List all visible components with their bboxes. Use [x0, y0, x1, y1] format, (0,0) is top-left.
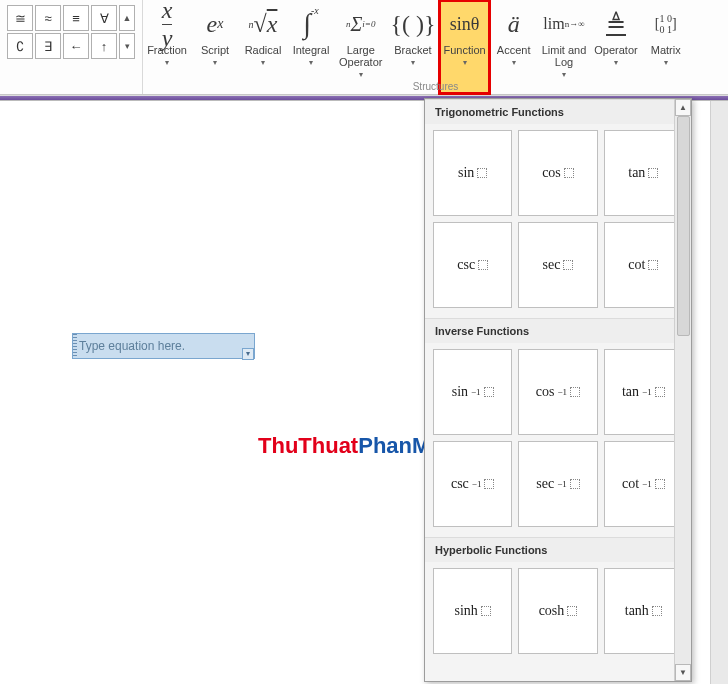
equation-options-dropdown[interactable]: ▾: [242, 348, 254, 360]
script-icon: ex: [207, 4, 224, 44]
func-asec[interactable]: sec−1: [518, 441, 597, 527]
matrix-icon: [1 00 1]: [655, 4, 677, 44]
limit-and-log-button[interactable]: limn→∞ Limit and Log ▾: [538, 0, 591, 94]
equation-placeholder-box[interactable]: Type equation here. ▾: [72, 333, 255, 359]
symbol-approx[interactable]: ≈: [35, 5, 61, 31]
func-cos[interactable]: cos: [518, 130, 597, 216]
equation-move-handle[interactable]: [73, 334, 77, 358]
matrix-label: Matrix: [651, 44, 681, 56]
placeholder-box: [570, 387, 580, 397]
accent-icon: ä: [508, 4, 520, 44]
symbol-congruent[interactable]: ≅: [7, 5, 33, 31]
accent-label: Accent: [497, 44, 531, 56]
large-operator-button[interactable]: nΣi=0 Large Operator ▾: [335, 0, 386, 94]
script-label: Script: [201, 44, 229, 56]
placeholder-box: [477, 168, 487, 178]
integral-label: Integral: [293, 44, 330, 56]
function-dropdown: Trigonometric Functions sin cos tan csc …: [424, 98, 692, 682]
operator-icon: ≜: [606, 4, 626, 44]
limit-and-log-label: Limit and Log: [542, 44, 587, 68]
func-acsc[interactable]: csc−1: [433, 441, 512, 527]
fraction-label: Fraction: [147, 44, 187, 56]
placeholder-box: [648, 260, 658, 270]
dropdown-scrollbar[interactable]: ▲ ▼: [674, 99, 691, 681]
limit-icon: limn→∞: [543, 4, 584, 44]
func-asin[interactable]: sin−1: [433, 349, 512, 435]
func-tanh[interactable]: tanh: [604, 568, 683, 654]
fraction-icon: xy: [162, 4, 173, 44]
func-csc[interactable]: csc: [433, 222, 512, 308]
placeholder-box: [563, 260, 573, 270]
placeholder-box: [648, 168, 658, 178]
scroll-down-button[interactable]: ▼: [675, 664, 691, 681]
chevron-down-icon: ▾: [359, 70, 363, 79]
section-inverse-title: Inverse Functions: [425, 318, 691, 343]
func-acot[interactable]: cot−1: [604, 441, 683, 527]
window-scrollbar[interactable]: [710, 101, 728, 684]
func-acos[interactable]: cos−1: [518, 349, 597, 435]
function-label: Function: [443, 44, 485, 56]
accent-button[interactable]: ä Accent ▾: [490, 0, 538, 94]
operator-label: Operator: [594, 44, 637, 56]
placeholder-box: [655, 479, 665, 489]
integral-button[interactable]: ∫-x Integral ▾: [287, 0, 335, 94]
chevron-down-icon: ▾: [261, 58, 265, 67]
placeholder-box: [478, 260, 488, 270]
func-sec[interactable]: sec: [518, 222, 597, 308]
func-tan[interactable]: tan: [604, 130, 683, 216]
placeholder-box: [570, 479, 580, 489]
script-button[interactable]: ex Script ▾: [191, 0, 239, 94]
chevron-down-icon: ▾: [664, 58, 668, 67]
func-sinh[interactable]: sinh: [433, 568, 512, 654]
func-cosh[interactable]: cosh: [518, 568, 597, 654]
symbol-exists[interactable]: ∃: [35, 33, 61, 59]
operator-button[interactable]: ≜ Operator ▾: [590, 0, 641, 94]
placeholder-box: [484, 479, 494, 489]
placeholder-box: [652, 606, 662, 616]
function-icon: sinθ: [450, 4, 480, 44]
symbol-left-arrow[interactable]: ←: [63, 33, 89, 59]
placeholder-box: [567, 606, 577, 616]
structures-panel: xy Fraction ▾ ex Script ▾ n√x Radical ▾ …: [143, 0, 728, 94]
symbol-up-arrow[interactable]: ↑: [91, 33, 117, 59]
symbols-row-1: ≅ ≈ ≡ ∀ ▲: [6, 4, 136, 32]
radical-button[interactable]: n√x Radical ▾: [239, 0, 287, 94]
chevron-down-icon: ▾: [411, 58, 415, 67]
chevron-down-icon: ▾: [614, 58, 618, 67]
bracket-label: Bracket: [394, 44, 431, 56]
large-operator-icon: nΣi=0: [346, 4, 375, 44]
symbol-complement[interactable]: ∁: [7, 33, 33, 59]
function-dropdown-body: Trigonometric Functions sin cos tan csc …: [425, 99, 691, 681]
symbol-forall[interactable]: ∀: [91, 5, 117, 31]
placeholder-box: [481, 606, 491, 616]
func-atan[interactable]: tan−1: [604, 349, 683, 435]
func-cot[interactable]: cot: [604, 222, 683, 308]
equation-placeholder-text: Type equation here.: [79, 339, 185, 353]
bracket-button[interactable]: {( )} Bracket ▾: [386, 0, 439, 94]
chevron-down-icon: ▾: [562, 70, 566, 79]
symbols-scroll-up[interactable]: ▲: [119, 5, 135, 31]
chevron-down-icon: ▾: [463, 58, 467, 67]
fraction-button[interactable]: xy Fraction ▾: [143, 0, 191, 94]
section-trig-title: Trigonometric Functions: [425, 99, 691, 124]
symbol-identical[interactable]: ≡: [63, 5, 89, 31]
symbols-panel: ≅ ≈ ≡ ∀ ▲ ∁ ∃ ← ↑ ▾: [0, 0, 143, 94]
radical-label: Radical: [245, 44, 282, 56]
function-button[interactable]: sinθ Function ▾: [439, 0, 489, 94]
radical-icon: n√x: [249, 4, 278, 44]
func-sin[interactable]: sin: [433, 130, 512, 216]
symbols-expand[interactable]: ▾: [119, 33, 135, 59]
chevron-down-icon: ▾: [512, 58, 516, 67]
watermark-part1: ThuThuat: [258, 433, 358, 458]
chevron-down-icon: ▾: [213, 58, 217, 67]
structures-group-label: Structures: [143, 81, 728, 92]
placeholder-box: [564, 168, 574, 178]
chevron-down-icon: ▾: [309, 58, 313, 67]
scroll-up-button[interactable]: ▲: [675, 99, 691, 116]
section-inverse-grid: sin−1 cos−1 tan−1 csc−1 sec−1 cot−1: [425, 343, 691, 537]
scroll-thumb[interactable]: [677, 116, 690, 336]
chevron-down-icon: ▾: [165, 58, 169, 67]
integral-icon: ∫-x: [303, 4, 318, 44]
matrix-button[interactable]: [1 00 1] Matrix ▾: [642, 0, 690, 94]
symbols-row-2: ∁ ∃ ← ↑ ▾: [6, 32, 136, 60]
